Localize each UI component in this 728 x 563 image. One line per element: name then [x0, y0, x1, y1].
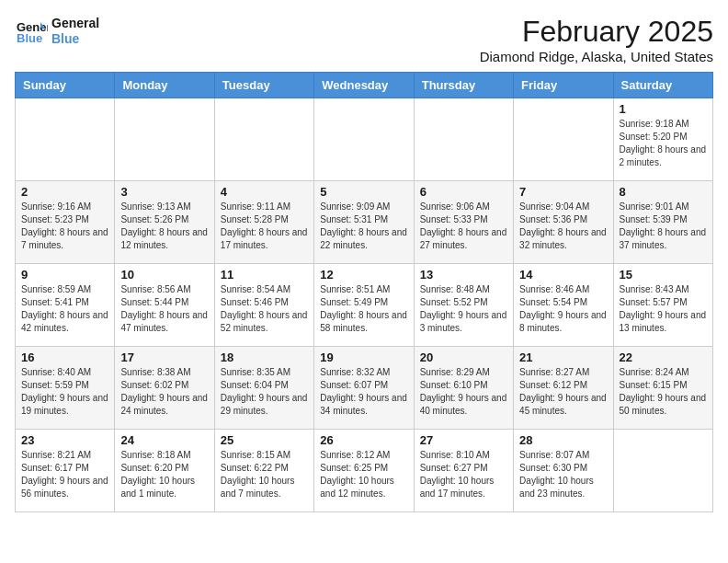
calendar-cell: 26Sunrise: 8:12 AM Sunset: 6:25 PM Dayli…	[314, 430, 414, 512]
calendar-cell: 21Sunrise: 8:27 AM Sunset: 6:12 PM Dayli…	[514, 347, 613, 430]
day-number: 28	[519, 433, 607, 447]
day-number: 21	[519, 350, 607, 364]
day-info: Sunrise: 9:18 AM Sunset: 5:20 PM Dayligh…	[620, 118, 707, 169]
day-number: 13	[420, 268, 507, 282]
day-info: Sunrise: 9:01 AM Sunset: 5:39 PM Dayligh…	[620, 201, 707, 252]
day-number: 10	[120, 268, 208, 282]
day-info: Sunrise: 8:51 AM Sunset: 5:49 PM Dayligh…	[320, 283, 407, 335]
day-info: Sunrise: 8:29 AM Sunset: 6:10 PM Dayligh…	[420, 366, 507, 418]
day-info: Sunrise: 8:38 AM Sunset: 6:02 PM Dayligh…	[120, 366, 208, 418]
calendar-cell: 9Sunrise: 8:59 AM Sunset: 5:41 PM Daylig…	[16, 264, 115, 347]
calendar-cell: 3Sunrise: 9:13 AM Sunset: 5:26 PM Daylig…	[115, 181, 214, 264]
day-info: Sunrise: 9:16 AM Sunset: 5:23 PM Dayligh…	[21, 201, 108, 252]
week-row-1: 1Sunrise: 9:18 AM Sunset: 5:20 PM Daylig…	[16, 98, 713, 181]
weekday-header-wednesday: Wednesday	[314, 73, 414, 98]
month-title: February 2025	[480, 15, 713, 49]
day-number: 24	[120, 433, 208, 447]
day-number: 11	[221, 268, 308, 282]
calendar-cell: 7Sunrise: 9:04 AM Sunset: 5:36 PM Daylig…	[514, 181, 613, 264]
calendar-cell: 5Sunrise: 9:09 AM Sunset: 5:31 PM Daylig…	[314, 181, 414, 264]
logo: General Blue General Blue	[15, 15, 99, 48]
calendar-cell: 25Sunrise: 8:15 AM Sunset: 6:22 PM Dayli…	[214, 430, 313, 512]
day-number: 19	[320, 350, 407, 364]
day-number: 12	[320, 268, 407, 282]
calendar-cell: 1Sunrise: 9:18 AM Sunset: 5:20 PM Daylig…	[613, 98, 712, 181]
calendar-cell: 28Sunrise: 8:07 AM Sunset: 6:30 PM Dayli…	[514, 430, 613, 512]
calendar-cell	[214, 98, 313, 181]
calendar-cell: 4Sunrise: 9:11 AM Sunset: 5:28 PM Daylig…	[214, 181, 313, 264]
calendar-cell: 10Sunrise: 8:56 AM Sunset: 5:44 PM Dayli…	[115, 264, 214, 347]
day-info: Sunrise: 8:54 AM Sunset: 5:46 PM Dayligh…	[221, 283, 308, 335]
day-number: 7	[519, 185, 607, 199]
day-info: Sunrise: 9:04 AM Sunset: 5:36 PM Dayligh…	[519, 201, 607, 252]
calendar-cell	[115, 98, 214, 181]
weekday-header-monday: Monday	[115, 73, 214, 98]
day-number: 4	[221, 185, 308, 199]
page-header: General Blue General Blue February 2025 …	[15, 15, 713, 64]
location: Diamond Ridge, Alaska, United States	[480, 49, 713, 64]
day-info: Sunrise: 8:27 AM Sunset: 6:12 PM Dayligh…	[519, 366, 607, 418]
weekday-header-friday: Friday	[514, 73, 613, 98]
calendar-cell: 12Sunrise: 8:51 AM Sunset: 5:49 PM Dayli…	[314, 264, 414, 347]
day-number: 20	[420, 350, 507, 364]
day-info: Sunrise: 9:06 AM Sunset: 5:33 PM Dayligh…	[420, 201, 507, 252]
calendar-cell: 16Sunrise: 8:40 AM Sunset: 5:59 PM Dayli…	[16, 347, 115, 430]
calendar-cell: 22Sunrise: 8:24 AM Sunset: 6:15 PM Dayli…	[613, 347, 712, 430]
day-info: Sunrise: 8:35 AM Sunset: 6:04 PM Dayligh…	[221, 366, 308, 418]
calendar-cell: 13Sunrise: 8:48 AM Sunset: 5:52 PM Dayli…	[414, 264, 513, 347]
day-info: Sunrise: 9:11 AM Sunset: 5:28 PM Dayligh…	[221, 201, 308, 252]
day-number: 23	[21, 433, 108, 447]
weekday-header-tuesday: Tuesday	[214, 73, 313, 98]
day-number: 17	[120, 350, 208, 364]
calendar-cell: 11Sunrise: 8:54 AM Sunset: 5:46 PM Dayli…	[214, 264, 313, 347]
day-number: 3	[120, 185, 208, 199]
calendar-cell: 14Sunrise: 8:46 AM Sunset: 5:54 PM Dayli…	[514, 264, 613, 347]
day-number: 8	[620, 185, 707, 199]
day-info: Sunrise: 9:13 AM Sunset: 5:26 PM Dayligh…	[120, 201, 208, 252]
calendar-cell	[613, 430, 712, 512]
day-number: 22	[620, 350, 707, 364]
title-area: February 2025 Diamond Ridge, Alaska, Uni…	[480, 15, 713, 64]
day-info: Sunrise: 8:18 AM Sunset: 6:20 PM Dayligh…	[120, 449, 208, 500]
weekday-header-sunday: Sunday	[16, 73, 115, 98]
day-number: 26	[320, 433, 407, 447]
day-info: Sunrise: 8:10 AM Sunset: 6:27 PM Dayligh…	[420, 449, 507, 500]
calendar-cell	[314, 98, 414, 181]
week-row-2: 2Sunrise: 9:16 AM Sunset: 5:23 PM Daylig…	[16, 181, 713, 264]
day-number: 14	[519, 268, 607, 282]
calendar-cell: 17Sunrise: 8:38 AM Sunset: 6:02 PM Dayli…	[115, 347, 214, 430]
calendar-cell: 24Sunrise: 8:18 AM Sunset: 6:20 PM Dayli…	[115, 430, 214, 512]
calendar-cell: 27Sunrise: 8:10 AM Sunset: 6:27 PM Dayli…	[414, 430, 513, 512]
day-info: Sunrise: 8:56 AM Sunset: 5:44 PM Dayligh…	[120, 283, 208, 335]
calendar-cell: 2Sunrise: 9:16 AM Sunset: 5:23 PM Daylig…	[16, 181, 115, 264]
calendar-cell	[16, 98, 115, 181]
calendar-cell: 23Sunrise: 8:21 AM Sunset: 6:17 PM Dayli…	[16, 430, 115, 512]
weekday-header-row: SundayMondayTuesdayWednesdayThursdayFrid…	[16, 73, 713, 98]
day-info: Sunrise: 9:09 AM Sunset: 5:31 PM Dayligh…	[320, 201, 407, 252]
day-info: Sunrise: 8:43 AM Sunset: 5:57 PM Dayligh…	[620, 283, 707, 335]
calendar-cell: 19Sunrise: 8:32 AM Sunset: 6:07 PM Dayli…	[314, 347, 414, 430]
weekday-header-saturday: Saturday	[613, 73, 712, 98]
weekday-header-thursday: Thursday	[414, 73, 513, 98]
calendar-cell: 18Sunrise: 8:35 AM Sunset: 6:04 PM Dayli…	[214, 347, 313, 430]
day-number: 5	[320, 185, 407, 199]
calendar-cell	[414, 98, 513, 181]
day-number: 18	[221, 350, 308, 364]
day-info: Sunrise: 8:40 AM Sunset: 5:59 PM Dayligh…	[21, 366, 108, 418]
day-info: Sunrise: 8:48 AM Sunset: 5:52 PM Dayligh…	[420, 283, 507, 335]
day-number: 9	[21, 268, 108, 282]
day-info: Sunrise: 8:59 AM Sunset: 5:41 PM Dayligh…	[21, 283, 108, 335]
day-number: 15	[620, 268, 707, 282]
calendar-cell: 20Sunrise: 8:29 AM Sunset: 6:10 PM Dayli…	[414, 347, 513, 430]
calendar-cell: 6Sunrise: 9:06 AM Sunset: 5:33 PM Daylig…	[414, 181, 513, 264]
week-row-3: 9Sunrise: 8:59 AM Sunset: 5:41 PM Daylig…	[16, 264, 713, 347]
day-info: Sunrise: 8:32 AM Sunset: 6:07 PM Dayligh…	[320, 366, 407, 418]
calendar-cell	[514, 98, 613, 181]
calendar-table: SundayMondayTuesdayWednesdayThursdayFrid…	[15, 72, 713, 512]
day-info: Sunrise: 8:21 AM Sunset: 6:17 PM Dayligh…	[21, 449, 108, 500]
svg-text:Blue: Blue	[17, 31, 42, 45]
day-number: 6	[420, 185, 507, 199]
day-info: Sunrise: 8:24 AM Sunset: 6:15 PM Dayligh…	[620, 366, 707, 418]
day-number: 2	[21, 185, 108, 199]
week-row-4: 16Sunrise: 8:40 AM Sunset: 5:59 PM Dayli…	[16, 347, 713, 430]
